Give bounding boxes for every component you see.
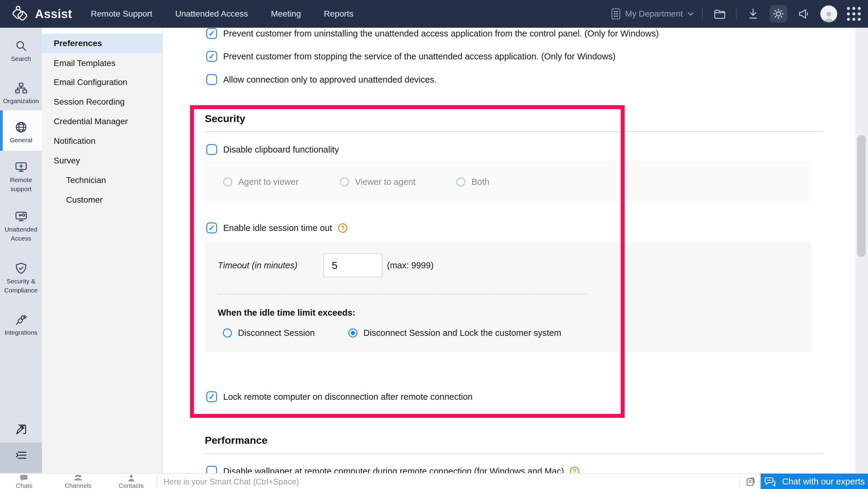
submenu-item-notification[interactable]: Notification [42,131,162,151]
settings-submenu: Preferences Email Templates Email Config… [42,28,163,473]
clipboard-copy-icon[interactable] [744,476,757,488]
submenu-item-preferences[interactable]: Preferences [42,34,162,53]
department-selector[interactable]: My Department [611,8,694,20]
sidebar-item-general[interactable]: General [0,121,42,145]
top-navbar: Assist Remote Support Unattended Access … [0,0,868,28]
monitor-key-icon [14,210,28,223]
tab-channels[interactable]: Channels [56,474,101,489]
checkbox-prevent-stop-service[interactable] [206,51,217,62]
radio-disconnect-and-lock[interactable] [348,328,358,337]
rail-bottom-section [0,443,42,473]
org-chart-icon [14,82,28,95]
smart-chat-bar: Chats Channels Contacts Chat with our e [0,473,868,489]
sidebar-item-integrations[interactable]: Integrations [0,313,42,337]
pref-row-approved-devices: Allow connection only to approved unatte… [206,74,437,85]
settings-gear-icon[interactable] [770,5,787,23]
radio-both[interactable] [456,177,465,186]
scrollbar-thumb[interactable] [857,135,866,257]
radio-viewer-to-agent[interactable] [340,177,349,186]
shield-check-icon [14,262,28,275]
submenu-item-session-recording[interactable]: Session Recording [42,92,162,111]
checkbox-lock-on-disconnect[interactable] [206,391,217,402]
performance-divider [205,453,823,454]
expert-chat-icon [764,477,777,487]
pencil-note-icon [14,423,28,436]
idle-timeout-row: Enable idle session time out [206,223,347,233]
radio-disconnect-session[interactable] [223,328,232,337]
submenu-item-survey[interactable]: Survey [42,151,162,170]
checkbox-prevent-uninstall[interactable] [206,28,217,39]
bottombar-divider [740,476,740,488]
collapse-list-icon [15,449,27,461]
timeout-label-row: Timeout (in minutes) [218,260,298,270]
security-divider [205,131,823,132]
announcement-icon[interactable] [795,5,812,23]
dotted-divider [218,294,587,295]
nav-reports[interactable]: Reports [324,9,353,19]
timeout-max-note: (max: 9999) [387,260,434,270]
checkbox-enable-idle-timeout[interactable] [206,223,217,233]
monitor-plus-icon [14,160,28,174]
navbar-actions: My Department [611,5,863,23]
checkbox-approved-devices[interactable] [206,74,217,85]
submenu-item-credential-manager[interactable]: Credential Manager [42,112,162,131]
plug-icon [14,313,28,326]
sidebar-item-unattended-access[interactable]: Unattended Access [0,210,42,243]
chevron-down-icon [687,11,694,16]
collapse-menu-button[interactable] [0,449,42,463]
search-icon [14,39,28,53]
tab-contacts[interactable]: Contacts [108,474,154,489]
folder-icon[interactable] [711,5,728,23]
chat-bubble-icon [20,474,29,482]
radio-agent-to-viewer[interactable] [223,177,232,186]
clipboard-option-viewer-to-agent: Viewer to agent [340,177,415,187]
building-icon [611,8,621,20]
submenu-item-email-templates[interactable]: Email Templates [42,54,162,73]
nav-remote-support[interactable]: Remote Support [91,9,152,19]
navbar-divider [702,8,703,20]
idle-timeout-panel: Timeout (in minutes) (max: 9999) When th… [205,242,811,352]
tab-chats[interactable]: Chats [1,474,47,489]
sidebar-item-security-compliance[interactable]: Security & Compliance [0,262,42,295]
submenu-item-email-configuration[interactable]: Email Configuration [42,73,162,92]
nav-meeting[interactable]: Meeting [271,9,301,19]
sidebar-item-organization[interactable]: Organization [0,82,42,105]
navbar-divider [736,8,737,20]
timeout-input[interactable] [323,253,382,278]
chat-with-experts-button[interactable]: Chat with our experts [761,474,868,489]
department-label: My Department [625,9,683,19]
nav-unattended-access[interactable]: Unattended Access [175,9,248,19]
help-icon[interactable] [338,223,347,233]
submenu-item-customer[interactable]: Customer [42,190,162,209]
clipboard-row: Disable clipboard functionality [206,144,339,155]
brand[interactable]: Assist [11,4,72,23]
icon-sidebar: Search Organization General Remote suppo… [0,28,42,473]
sidebar-item-search[interactable]: Search [0,39,42,63]
idle-option-disconnect: Disconnect Session [223,328,315,338]
download-icon[interactable] [744,5,762,23]
pref-row-uninstall: Prevent customer from uninstalling the u… [206,28,659,39]
clipboard-option-agent-to-viewer: Agent to viewer [223,177,299,187]
clipboard-options-panel: Agent to viewer Viewer to agent Both [205,161,811,202]
performance-section-title: Performance [205,434,268,446]
checkbox-disable-clipboard[interactable] [206,144,217,155]
apps-grid-icon[interactable] [845,5,863,23]
scrollbar-track[interactable] [855,28,868,473]
avatar[interactable] [820,5,837,22]
person-icon [127,474,136,482]
assist-logo-icon [11,4,30,23]
pref-row-stop-service: Prevent customer from stopping the servi… [206,51,616,62]
globe-icon [14,121,28,134]
brand-name: Assist [35,7,72,21]
submenu-top-strip [42,28,162,34]
clipboard-option-both: Both [456,177,490,187]
feedback-note-button[interactable] [0,423,42,438]
submenu-item-technician[interactable]: Technician [42,171,162,190]
security-section-title: Security [205,113,245,125]
sidebar-item-remote-support[interactable]: Remote support [0,160,42,194]
people-group-icon [73,474,83,482]
lock-on-disconnect-row: Lock remote computer on disconnection af… [206,391,473,402]
smart-chat-input[interactable] [163,476,731,488]
app-root: { "navbar": { "brand": "Assist", "links"… [0,0,868,489]
primary-nav: Remote Support Unattended Access Meeting… [91,9,353,19]
